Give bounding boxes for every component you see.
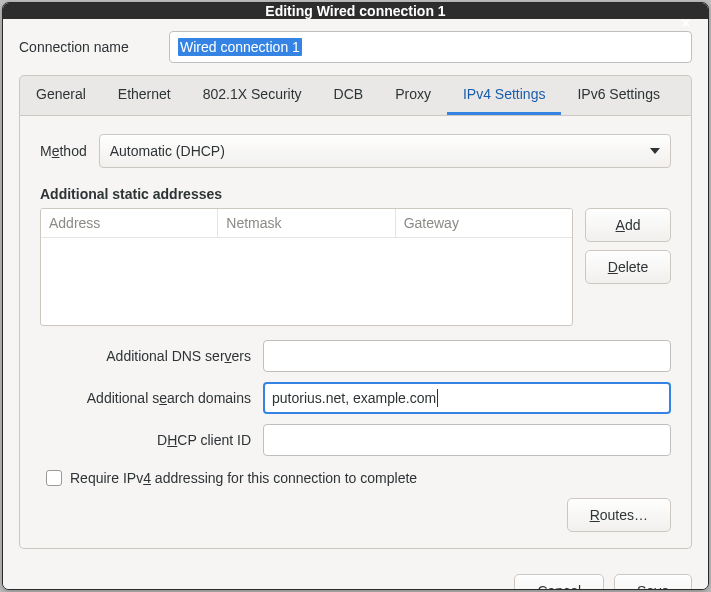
search-domains-row: Additional search domains putorius.net, … — [40, 382, 671, 414]
dialog-footer: Cancel Save — [3, 561, 708, 590]
dhcp-client-id-input[interactable] — [263, 424, 671, 456]
tab-8021x-security[interactable]: 802.1X Security — [187, 76, 318, 115]
search-domains-input[interactable]: putorius.net, example.com — [263, 382, 671, 414]
col-address[interactable]: Address — [41, 209, 218, 238]
connection-name-row: Connection name Wired connection 1 — [19, 31, 692, 63]
window-frame: Editing Wired connection 1 × Connection … — [2, 2, 709, 590]
col-netmask[interactable]: Netmask — [218, 209, 395, 238]
dns-row: Additional DNS servers — [40, 340, 671, 372]
tab-bar: General Ethernet 802.1X Security DCB Pro… — [19, 75, 692, 116]
method-row: Method Automatic (DHCP) — [40, 134, 671, 168]
tab-dcb[interactable]: DCB — [318, 76, 380, 115]
tab-general[interactable]: General — [20, 76, 102, 115]
tab-ipv4-settings[interactable]: IPv4 Settings — [447, 76, 562, 115]
require-ipv4-row: Require IPv4 addressing for this connect… — [46, 470, 671, 486]
cancel-button[interactable]: Cancel — [514, 574, 604, 590]
save-button[interactable]: Save — [614, 574, 692, 590]
delete-button[interactable]: Delete — [585, 250, 671, 284]
addresses-area: Address Netmask Gateway Add Delete — [40, 208, 671, 326]
additional-addresses-title: Additional static addresses — [40, 186, 671, 202]
text-cursor-icon — [437, 389, 438, 407]
dhcp-client-id-label: DHCP client ID — [40, 432, 255, 448]
routes-button[interactable]: Routes… — [567, 498, 671, 532]
addresses-table[interactable]: Address Netmask Gateway — [40, 208, 573, 326]
method-label: Method — [40, 143, 87, 159]
dns-label: Additional DNS servers — [40, 348, 255, 364]
titlebar: Editing Wired connection 1 × — [3, 3, 708, 19]
search-domains-label: Additional search domains — [40, 390, 255, 406]
tab-ethernet[interactable]: Ethernet — [102, 76, 187, 115]
dns-input[interactable] — [263, 340, 671, 372]
tab-proxy[interactable]: Proxy — [379, 76, 447, 115]
addresses-buttons: Add Delete — [585, 208, 671, 326]
require-ipv4-label: Require IPv4 addressing for this connect… — [70, 470, 417, 486]
close-icon[interactable]: × — [674, 10, 698, 34]
tab-ipv6-settings[interactable]: IPv6 Settings — [561, 76, 676, 115]
col-gateway[interactable]: Gateway — [396, 209, 572, 238]
connection-name-value: Wired connection 1 — [178, 38, 302, 56]
table-header-row: Address Netmask Gateway — [41, 209, 572, 238]
search-domains-value: putorius.net, example.com — [272, 390, 436, 406]
connection-name-label: Connection name — [19, 39, 169, 55]
connection-name-input[interactable]: Wired connection 1 — [169, 31, 692, 63]
window-title: Editing Wired connection 1 — [3, 3, 708, 19]
method-value: Automatic (DHCP) — [110, 143, 225, 159]
dhcp-client-id-row: DHCP client ID — [40, 424, 671, 456]
add-button[interactable]: Add — [585, 208, 671, 242]
chevron-down-icon — [650, 148, 660, 154]
method-combobox[interactable]: Automatic (DHCP) — [99, 134, 671, 168]
ipv4-panel: Method Automatic (DHCP) Additional stati… — [19, 116, 692, 549]
content-area: Connection name Wired connection 1 Gener… — [3, 19, 708, 561]
require-ipv4-checkbox[interactable] — [46, 470, 62, 486]
routes-row: Routes… — [40, 498, 671, 532]
